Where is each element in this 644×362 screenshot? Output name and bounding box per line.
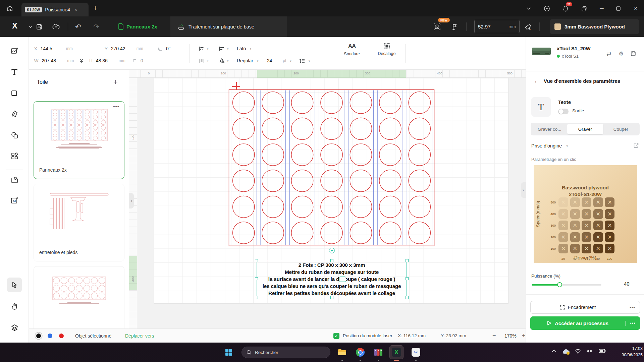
process-button[interactable]: Accéder au processus ••• — [530, 316, 640, 330]
move-to-link[interactable]: Déplacer vers — [125, 333, 154, 339]
maximize-button[interactable] — [613, 3, 623, 13]
canvas-card-3[interactable] — [34, 266, 124, 328]
measure-thickness-button[interactable]: A — [523, 22, 533, 32]
zoom-out-button[interactable]: − — [492, 332, 496, 339]
font-style-dropdown[interactable]: Regular — [237, 58, 253, 63]
process-more-icon[interactable]: ••• — [625, 321, 640, 326]
info-circle-icon[interactable] — [542, 3, 552, 13]
align-objects-dropdown[interactable]: ∨ — [199, 44, 209, 54]
cloud-upload-button[interactable] — [51, 22, 61, 32]
taskbar-clock[interactable]: 17:03 30/06/2025 — [614, 346, 643, 358]
snipping-tool-icon[interactable]: ✂ — [409, 346, 423, 359]
zoom-in-button[interactable]: + — [522, 332, 526, 339]
origin-export-icon[interactable] — [633, 143, 639, 148]
selection-handle-nw[interactable] — [255, 259, 258, 262]
switch-device-icon[interactable]: ⇄ — [606, 50, 611, 57]
tray-chevron-icon[interactable] — [552, 349, 556, 353]
new-tab-button[interactable]: + — [93, 4, 97, 12]
offset-button[interactable]: Décalage — [375, 43, 398, 56]
insert-image-button[interactable] — [7, 44, 22, 58]
elements-library-button[interactable] — [7, 148, 22, 163]
font-size-unit-dropdown[interactable]: pt — [283, 58, 286, 63]
corner-radius-field[interactable]: 0 — [141, 58, 143, 63]
file-explorer-icon[interactable] — [335, 346, 349, 359]
weather-cloud-icon[interactable]: ! — [562, 348, 570, 355]
font-size-field[interactable]: 24 — [267, 58, 272, 63]
x-position-field[interactable]: 144.5 — [41, 46, 63, 51]
redo-button[interactable]: ↷ — [91, 22, 101, 32]
collapse-right-panel-button[interactable]: › — [521, 182, 526, 198]
zoom-level[interactable]: 170% — [504, 333, 517, 339]
minimize-button[interactable]: ─ — [597, 3, 607, 13]
rotation-field[interactable]: 0° — [166, 46, 170, 51]
document-tab[interactable]: S1 20W Puissance4 × — [21, 3, 89, 16]
xcs-logo[interactable]: X — [12, 21, 17, 31]
titlebar-menu-chevron-icon[interactable] — [524, 3, 534, 13]
pen-vector-button[interactable] — [7, 107, 22, 121]
card-menu-icon[interactable]: ••• — [113, 104, 119, 109]
text-align-dropdown[interactable]: ∨ — [219, 44, 229, 54]
device-settings-icon[interactable]: ⚙ — [619, 50, 624, 57]
taskbar-search[interactable]: Rechercher — [241, 347, 330, 358]
collapse-left-panel-button[interactable]: ‹ — [129, 193, 134, 208]
battery-icon[interactable] — [599, 349, 606, 353]
framing-more-icon[interactable]: ••• — [625, 305, 640, 310]
tab-close-icon[interactable]: × — [74, 7, 77, 12]
volume-icon[interactable] — [586, 349, 592, 354]
distribute-dropdown[interactable]: ∨ — [199, 56, 209, 66]
flip-dropdown[interactable]: ∨ — [219, 56, 229, 66]
save-button[interactable] — [34, 22, 44, 32]
save-preset-icon[interactable] — [631, 51, 636, 56]
selection-handle-e[interactable] — [406, 277, 409, 280]
origin-mode-row[interactable]: Prise d'origine ∨ — [531, 143, 639, 148]
layer-color-black[interactable] — [36, 334, 41, 338]
y-position-field[interactable]: 270.42 — [111, 46, 133, 51]
power-value[interactable]: 40 — [624, 281, 630, 287]
wifi-icon[interactable] — [575, 349, 581, 354]
material-selector-button[interactable]: 3mm Basswood Plywood — [550, 19, 639, 34]
power-slider-knob[interactable] — [557, 282, 562, 287]
tab-graver[interactable]: Graver — [567, 124, 603, 134]
material-thickness-field[interactable]: mm — [474, 20, 520, 33]
winrar-icon[interactable] — [372, 346, 385, 359]
selection-handle-ne[interactable] — [406, 259, 409, 262]
canvas-card-panneaux[interactable]: ••• Panneaux 2x — [34, 101, 124, 179]
selection-handle-sw[interactable] — [255, 296, 258, 299]
connect-four-panel-object[interactable] — [228, 89, 435, 246]
notifications-bell-icon[interactable]: 22 — [560, 3, 571, 13]
design-canvas[interactable]: 0100200300400500 100300 2 Fois : CP 300 … — [129, 70, 526, 328]
insert-shape-button[interactable] — [7, 86, 22, 101]
width-field[interactable]: 207.48 — [42, 58, 64, 63]
line-height-icon[interactable] — [299, 58, 305, 63]
close-button[interactable]: × — [631, 3, 641, 13]
power-slider[interactable] — [532, 284, 601, 286]
layer-color-red[interactable] — [59, 334, 64, 338]
back-arrow-icon[interactable]: ← — [534, 78, 539, 84]
canvas-tab-panneaux[interactable]: Panneaux 2x — [118, 21, 157, 32]
home-button[interactable] — [4, 3, 15, 14]
select-tool-button[interactable] — [7, 278, 22, 292]
framing-button[interactable]: Encadrement ••• — [530, 301, 640, 314]
mark-position-button[interactable] — [449, 22, 460, 32]
height-field[interactable]: 48.36 — [96, 58, 115, 63]
layer-color-blue[interactable] — [48, 334, 52, 338]
camera-capture-button[interactable] — [432, 22, 442, 32]
rotate-handle[interactable] — [329, 248, 335, 253]
thickness-input[interactable] — [478, 24, 501, 29]
canvas-card-entretoise[interactable]: entretoise et pieds — [34, 184, 124, 261]
start-button[interactable] — [222, 346, 235, 359]
chrome-icon[interactable] — [354, 346, 367, 359]
output-toggle[interactable] — [558, 109, 569, 114]
font-family-dropdown[interactable]: Lato › — [237, 44, 252, 54]
add-canvas-button[interactable]: + — [113, 78, 118, 86]
ai-image-button[interactable]: AI — [7, 193, 22, 208]
lock-ratio-icon[interactable] — [79, 58, 84, 63]
weld-button[interactable]: AA Soudure — [340, 43, 364, 56]
selection-handle-w[interactable] — [255, 277, 258, 280]
boolean-shapes-button[interactable] — [7, 128, 22, 142]
tab-graver-combine[interactable]: Graver co... — [532, 124, 567, 134]
selection-handle-se[interactable] — [406, 296, 409, 299]
pan-tool-button[interactable] — [7, 299, 22, 314]
selection-handle-s[interactable] — [330, 296, 333, 299]
selection-pivot-icon[interactable] — [339, 277, 346, 282]
